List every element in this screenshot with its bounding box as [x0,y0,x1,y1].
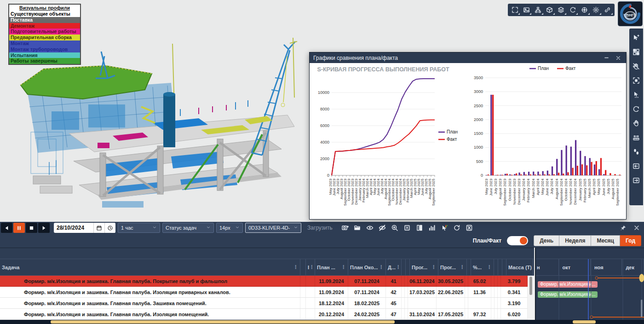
zoom-fit-button[interactable] [631,75,642,86]
calendar-icon[interactable] [93,223,104,233]
link-button[interactable] [602,5,613,15]
orbit-icon [569,6,576,13]
interval-select[interactable]: 1 час [118,223,160,233]
hierarchy-button[interactable] [532,5,543,15]
viewports-grid-button[interactable] [631,46,642,58]
orbit-icon [632,105,640,113]
cell-percent [468,298,491,308]
image-button[interactable] [521,5,532,15]
clear-selection-button[interactable] [402,223,412,233]
pin-icon [620,225,627,231]
export-excel-button[interactable] [465,223,474,233]
column-header[interactable]: Прог...⋮ [438,259,467,275]
table-vertical-scrollbar[interactable] [528,276,534,320]
column-header[interactable]: Д...⋮ [386,259,402,275]
visibility-off-icon [379,224,386,231]
charts-window-titlebar[interactable]: Графики сравнения плана/факта [310,52,626,63]
plan-fact-toggle[interactable] [507,236,528,245]
view-next-button[interactable] [631,175,642,186]
orbit-button[interactable] [631,104,642,115]
svg-text:10000: 10000 [318,90,329,95]
gantt-bar[interactable]: Формир. м/к.Изоляция и... [538,281,598,288]
table-row[interactable]: Формир. м/к.Изоляция и зашивка. Главная … [0,276,534,287]
open-folder-icon [354,224,361,231]
svg-text:2000: 2000 [474,117,483,122]
chevron-down-icon [206,225,211,230]
column-menu-icon[interactable]: ⋮ [431,264,436,270]
horizontal-scrollbar[interactable] [0,320,644,324]
cube-button[interactable] [544,5,555,15]
column-menu-icon[interactable]: ⋮ [293,264,298,270]
section-panel-button[interactable] [415,223,424,233]
model-select[interactable]: 0D33-KLIVER-4D-I [245,223,301,233]
column-header[interactable]: План Око...⋮ [348,259,386,275]
column-header[interactable]: %...⋮ [471,259,494,275]
font-size-select[interactable]: 14px [216,223,243,233]
viewports-grid-icon [632,48,640,56]
table-row[interactable]: Формир. м/к.Изоляция и зашивка. Главная … [0,298,534,309]
hide-hand-button[interactable] [631,61,642,72]
timescale-неделя[interactable]: Неделя [559,235,591,246]
gizmo-button[interactable] [579,5,590,15]
pause-button[interactable] [13,223,25,233]
timescale-год[interactable]: Год [620,235,641,246]
column-header[interactable]: Масса (Т) [506,259,533,275]
layers-button[interactable] [556,5,567,15]
gantt-scroll-handle[interactable] [573,320,596,324]
select-options-button[interactable] [631,89,642,100]
close-icon[interactable] [614,54,622,62]
measure-button[interactable] [631,132,642,143]
cell-spacer [498,276,501,286]
walk-button[interactable] [631,146,642,157]
visibility-off-button[interactable] [378,223,387,233]
orbit-button[interactable] [567,5,578,15]
gantt-body[interactable]: Формир. м/к.Изоляция и...Формир. м/к.Изо… [536,276,644,320]
column-menu-icon[interactable]: ⋮ [309,264,314,270]
minimize-icon[interactable] [602,54,610,62]
select-sparkle-button[interactable] [631,32,642,43]
column-header[interactable]: Задача⋮ [0,259,300,275]
status-filter-select[interactable]: Статус задач [162,223,214,233]
timescale-месяц[interactable]: Месяц [591,235,620,246]
column-header[interactable]: Прог...⋮ [410,259,438,275]
fullscreen-button[interactable] [509,5,520,15]
pointer-styles-button[interactable] [440,223,449,233]
step-back-button[interactable] [1,223,12,233]
clock-icon[interactable] [104,223,115,233]
view-prev-button[interactable] [631,161,642,172]
timescale-день[interactable]: День [534,235,559,246]
svg-text:September 2023: September 2023 [503,178,507,206]
select-options-icon [632,91,640,98]
close-icon[interactable] [632,223,641,233]
svg-text:April 2024: April 2024 [536,178,540,195]
table-row[interactable]: Формир. м/к.Изоляция и зашивка. Главная … [0,309,534,320]
table-row[interactable]: Формир. м/к.Изоляция и зашивка. Главная … [0,287,534,298]
column-header[interactable]: I⋮ [306,259,315,275]
column-menu-icon[interactable]: ⋮ [487,264,492,270]
play-button[interactable] [38,223,50,233]
visibility-on-button[interactable] [365,223,374,233]
table-scroll-handle[interactable] [51,320,395,324]
load-button[interactable]: Загрузить [304,225,336,231]
fullscreen-icon [512,6,518,13]
date-input[interactable] [54,225,93,231]
column-header[interactable]: План ...⋮ [315,259,348,275]
zoom-selection-button[interactable] [390,223,399,233]
refresh-button[interactable] [452,223,461,233]
stats-chart-button[interactable] [427,223,437,233]
column-menu-icon[interactable]: ⋮ [379,264,384,270]
column-menu-icon[interactable]: ⋮ [460,264,465,270]
add-snapshot-button[interactable] [340,223,350,233]
interval-value: 1 час [121,225,149,231]
pin-icon[interactable] [618,223,627,233]
column-menu-icon[interactable]: ⋮ [341,264,346,270]
stop-button[interactable] [26,223,37,233]
cell-task: Формир. м/к.Изоляция и зашивка. Главная … [0,276,300,286]
open-folder-button[interactable] [353,223,362,233]
svg-text:September 2024: September 2024 [559,178,564,206]
column-menu-icon[interactable]: ⋮ [396,264,401,270]
legend-item: Демонтаж [9,23,80,29]
pan-hand-button[interactable] [631,118,642,129]
settings-button[interactable] [591,5,602,15]
gantt-bar[interactable]: Формир. м/к.Изоляция и... [538,291,598,298]
